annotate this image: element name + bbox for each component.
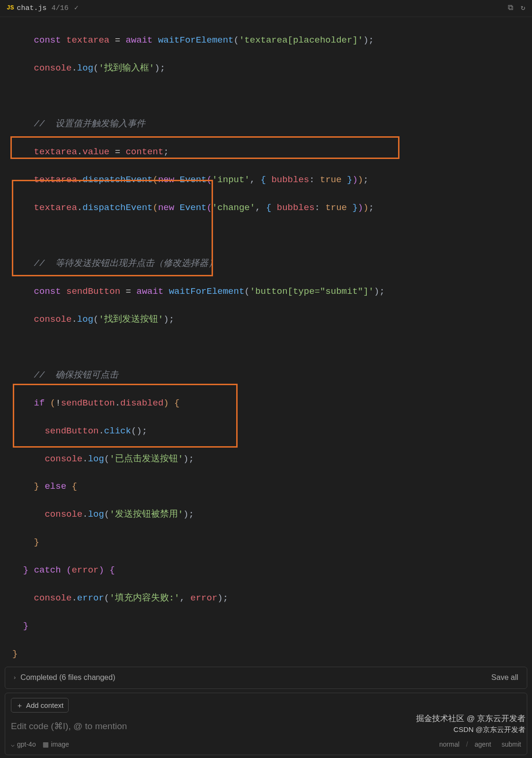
- image-button[interactable]: ▦ image: [43, 740, 69, 750]
- copy-icon[interactable]: ⧉: [508, 2, 513, 14]
- mode-normal[interactable]: normal: [439, 740, 460, 750]
- watermarks: 掘金技术社区 @ 京东云开发者 CSDN @京东云开发者: [416, 713, 525, 734]
- image-icon: ▦: [43, 740, 49, 750]
- filename: chat.js: [17, 3, 47, 14]
- check-icon: ✓: [74, 3, 79, 14]
- tab-actions: ⧉ ↻: [508, 2, 525, 14]
- file-tab[interactable]: JS chat.js 4/16 ✓: [0, 1, 85, 16]
- plus-icon: ＋: [16, 700, 23, 711]
- tab-bar: JS chat.js 4/16 ✓ ⧉ ↻: [0, 0, 532, 17]
- save-all-button[interactable]: Save all: [491, 672, 518, 684]
- bottom-panel: › Completed (6 files changed) Save all ＋…: [0, 663, 532, 758]
- completed-bar[interactable]: › Completed (6 files changed) Save all: [5, 667, 527, 689]
- add-context-button[interactable]: ＋ Add context: [11, 698, 69, 713]
- model-selector[interactable]: ⌵ gpt-4o: [11, 740, 36, 750]
- code-editor[interactable]: const textarea = await waitForElement('t…: [0, 17, 532, 758]
- chevron-icon: ⌵: [11, 740, 15, 749]
- submit-button[interactable]: submit: [502, 740, 521, 750]
- js-icon: JS: [7, 3, 14, 13]
- mode-agent[interactable]: agent: [475, 740, 491, 750]
- reload-icon[interactable]: ↻: [521, 2, 525, 14]
- completed-label: Completed (6 files changed): [20, 672, 115, 684]
- chevron-right-icon: ›: [14, 673, 16, 682]
- file-count: 4/16: [52, 3, 69, 14]
